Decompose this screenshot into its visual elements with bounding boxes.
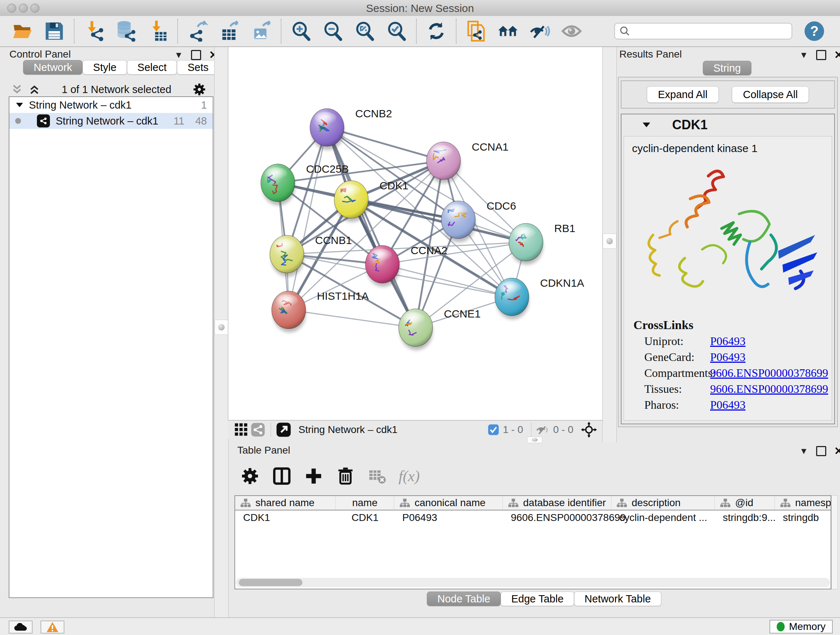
new-network-from-selection-button[interactable] [460, 18, 492, 44]
grid-view-button[interactable] [233, 421, 249, 438]
warnings-button[interactable] [41, 621, 65, 633]
column-header-canonical-name[interactable]: canonical name [394, 496, 503, 510]
network-node-CCNA1[interactable]: CCNA1 [426, 141, 508, 183]
column-header-name[interactable]: name [336, 496, 394, 510]
network-edge[interactable] [289, 310, 416, 328]
table-cell[interactable]: CDK1 [235, 510, 336, 525]
network-options-gear-icon[interactable] [193, 82, 206, 96]
zoom-in-button[interactable] [285, 18, 317, 44]
toggle-column-view-button[interactable] [271, 465, 293, 487]
table-cell[interactable]: CDK1 [336, 510, 394, 525]
crosslink-link[interactable]: 9606.ENSP00000378699 [710, 382, 828, 395]
import-network-database-button[interactable] [110, 18, 142, 44]
show-all-button[interactable] [556, 18, 587, 44]
table-vertical-scrollbar[interactable] [831, 495, 838, 589]
shared-column-icon [616, 498, 627, 508]
cloud-status-button[interactable] [9, 621, 33, 633]
column-header-database-identifier[interactable]: database identifier [503, 496, 611, 510]
close-panel-icon[interactable]: ✕ [834, 445, 840, 457]
tab-sets[interactable]: Sets [177, 60, 219, 74]
collapse-all-icon[interactable] [11, 84, 23, 95]
horizontal-splitter-handle[interactable] [527, 437, 542, 443]
table-cell[interactable]: stringdb [775, 510, 831, 525]
create-column-button[interactable] [302, 465, 325, 487]
gene-section-header[interactable]: CDK1 [622, 114, 834, 135]
import-network-file-button[interactable] [78, 18, 110, 44]
refresh-button[interactable] [420, 18, 452, 44]
collapse-all-button[interactable]: Collapse All [732, 86, 809, 103]
export-table-button[interactable] [213, 18, 245, 44]
network-node-RB1[interactable]: RB1 [509, 222, 575, 264]
tab-network-table[interactable]: Network Table [574, 592, 661, 606]
results-buttons-box: Expand All Collapse All [621, 80, 835, 109]
table-settings-button[interactable] [239, 465, 261, 487]
node-table[interactable]: shared namenamecanonical namedatabase id… [234, 495, 831, 589]
tab-string[interactable]: String [703, 61, 752, 75]
memory-button[interactable]: Memory [769, 620, 833, 633]
open-session-button[interactable] [6, 18, 38, 44]
zoom-selected-button[interactable] [381, 18, 412, 44]
table-cell[interactable]: P06493 [394, 510, 503, 525]
expand-all-button[interactable]: Expand All [647, 86, 719, 103]
maximize-panel-icon[interactable] [816, 50, 826, 60]
function-builder-button[interactable]: f(x) [398, 465, 420, 487]
collapse-section-icon[interactable] [642, 121, 651, 129]
network-node-CDK1[interactable]: CDK1 [334, 180, 409, 222]
network-row-selected[interactable]: String Network – cdk1 11 48 [9, 113, 213, 129]
tab-node-table[interactable]: Node Table [427, 592, 501, 606]
tab-select[interactable]: Select [127, 60, 177, 74]
tab-style[interactable]: Style [82, 60, 126, 74]
crosslink-link[interactable]: 9606.ENSP00000378699 [710, 366, 828, 379]
network-edge[interactable] [289, 161, 444, 310]
table-horizontal-scrollbar[interactable] [236, 578, 830, 587]
help-button[interactable]: ? [805, 21, 824, 41]
import-table-button[interactable] [142, 18, 174, 44]
export-network-button[interactable] [182, 18, 213, 44]
delete-table-button[interactable] [366, 465, 388, 487]
tree-expander-icon[interactable] [15, 101, 24, 109]
network-collection-row[interactable]: String Network – cdk1 1 [9, 97, 213, 113]
maximize-panel-icon[interactable] [816, 446, 826, 456]
zoom-out-button[interactable] [317, 18, 349, 44]
scrollbar-thumb[interactable] [239, 579, 302, 586]
network-node-CCNE1[interactable]: CCNE1 [399, 308, 481, 350]
table-cell[interactable]: stringdb:9... [715, 510, 775, 525]
search-input[interactable] [630, 25, 787, 37]
zoom-fit-button[interactable] [349, 18, 381, 44]
crosslink-link[interactable]: P06493 [710, 334, 745, 348]
network-node-CDKN1A[interactable]: CDKN1A [495, 277, 584, 319]
network-view[interactable]: CCNB2CCNA1CDC25BCDK1CDC6RB1CCNB1CCNA2CDK… [228, 47, 603, 420]
expand-all-icon[interactable] [28, 84, 41, 95]
column-header-namespace[interactable]: namespace [775, 496, 831, 510]
string-home-button[interactable] [492, 18, 524, 44]
maximize-panel-icon[interactable] [191, 50, 201, 60]
column-header--id[interactable]: @id [715, 496, 775, 510]
tab-edge-table[interactable]: Edge Table [501, 592, 574, 606]
column-header-description[interactable]: description [611, 496, 715, 510]
table-row[interactable]: CDK1CDK1P064939606.ENSP00000378699cyclin… [235, 510, 831, 525]
float-panel-icon[interactable]: ▼ [799, 446, 808, 456]
delete-column-button[interactable] [334, 465, 357, 487]
hide-selected-button[interactable] [524, 18, 556, 44]
network-canvas[interactable]: CCNB2CCNA1CDC25BCDK1CDC6RB1CCNB1CCNA2CDK… [228, 47, 602, 420]
network-view-type-button[interactable] [249, 421, 266, 438]
crosslink-link[interactable]: P06493 [710, 398, 745, 411]
open-in-new-window-button[interactable] [275, 421, 292, 438]
close-panel-icon[interactable]: ✕ [834, 49, 840, 61]
crosslink-link[interactable]: P06493 [710, 350, 745, 363]
selected-checkbox-icon[interactable] [488, 424, 499, 435]
table-cell[interactable]: 9606.ENSP00000378699 [503, 510, 611, 525]
node-label: HIST1H1A [317, 290, 369, 302]
float-panel-icon[interactable]: ▼ [174, 50, 183, 60]
column-header-shared-name[interactable]: shared name [235, 496, 336, 510]
birdseye-view-button[interactable] [581, 421, 597, 438]
network-edge[interactable] [289, 127, 327, 310]
left-splitter-handle[interactable] [215, 320, 228, 335]
float-panel-icon[interactable]: ▼ [799, 50, 808, 60]
tab-network[interactable]: Network [23, 60, 82, 74]
right-splitter-handle[interactable] [603, 233, 616, 249]
network-node-HIST1H1A[interactable]: HIST1H1A [272, 290, 369, 333]
export-image-button[interactable] [245, 18, 277, 44]
table-cell[interactable]: cyclin-dependent ... [611, 510, 715, 525]
save-session-button[interactable] [38, 18, 70, 44]
